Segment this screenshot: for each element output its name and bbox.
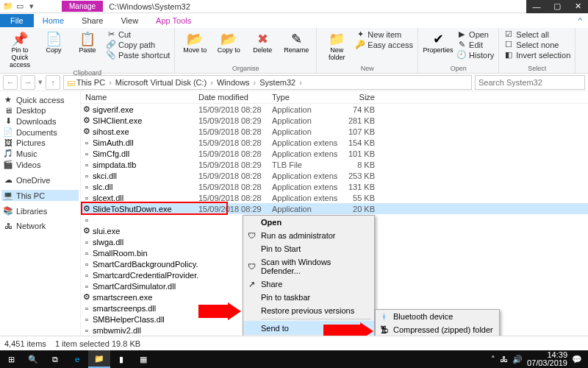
tab-apptools[interactable]: App Tools (147, 14, 200, 27)
col-type[interactable]: Type (272, 93, 338, 102)
rename-button[interactable]: ✎Rename (281, 29, 312, 54)
nav-pictures[interactable]: 🖼Pictures (1, 138, 79, 148)
nav-music[interactable]: 🎵Music (1, 148, 79, 159)
nav-documents[interactable]: 📄Documents (1, 127, 79, 138)
paste-button[interactable]: 📋Paste (72, 29, 103, 54)
ctx-run-as-admin[interactable]: 🛡Run as administrator (243, 229, 374, 242)
collapse-ribbon-icon[interactable]: ^ (573, 16, 588, 25)
cut-button[interactable]: ✂Cut (106, 29, 170, 39)
tray-chevron-icon[interactable]: ˄ (491, 355, 495, 364)
copypath-button[interactable]: 🔗Copy path (106, 40, 170, 49)
nav-downloads[interactable]: ⬇Downloads (1, 116, 79, 127)
ctx-pin-to-taskbar[interactable]: Pin to taskbar (243, 291, 374, 304)
file-row[interactable]: ▫slc.dll15/09/2018 08:28Application exte… (81, 181, 588, 192)
invert-button[interactable]: ◧Invert selection (503, 50, 570, 60)
tab-share[interactable]: Share (73, 14, 112, 27)
qat-props-icon[interactable]: ▭ (15, 1, 25, 12)
easyaccess-button[interactable]: 🔑Easy access (355, 40, 413, 49)
nav-desktop[interactable]: 🖥Desktop (1, 105, 79, 116)
nav-this-pc[interactable]: 💻This PC (1, 190, 79, 201)
moveto-button[interactable]: 📂Move to (179, 29, 210, 54)
nav-onedrive[interactable]: ☁OneDrive (1, 174, 79, 185)
taskbar[interactable]: ⊞ 🔍 ⧉ e 📁 ▮ ▦ ˄ 🖧 🔊 14:3907/03/2019 💬 (0, 350, 588, 368)
sendto-bluetooth[interactable]: ᚼBluetooth device (376, 310, 499, 323)
file-name: sihost.exe (93, 127, 198, 136)
sendto-compressed[interactable]: 🗜Compressed (zipped) folder (376, 323, 499, 336)
maximize-button[interactable]: ▢ (547, 0, 567, 13)
file-row[interactable]: ⚙SIHClient.exe15/09/2018 08:29Applicatio… (81, 115, 588, 126)
search-icon[interactable]: 🔍 (22, 350, 44, 368)
file-date: 15/09/2018 08:28 (198, 183, 272, 191)
open-button[interactable]: ▶Open (456, 29, 494, 39)
newitem-button[interactable]: ✦New item (355, 29, 413, 39)
selectall-button[interactable]: ☑Select all (503, 29, 570, 39)
star-icon: ★ (3, 95, 13, 105)
up-button[interactable]: ↑ (46, 75, 60, 90)
file-icon: ⚙ (81, 116, 93, 125)
column-headers[interactable]: Name Date modified Type Size (81, 91, 588, 104)
back-button[interactable]: ← (3, 75, 18, 90)
navigation-pane[interactable]: ★Quick access 🖥Desktop ⬇Downloads 📄Docum… (0, 91, 81, 336)
notifications-icon[interactable]: 💬 (572, 355, 582, 364)
copy-button[interactable]: 📄Copy (38, 29, 69, 54)
file-name: slwga.dll (93, 238, 198, 247)
col-size[interactable]: Size (338, 93, 382, 102)
ctx-defender[interactable]: 🛡Scan with Windows Defender... (243, 255, 374, 277)
ctx-open[interactable]: Open (243, 216, 374, 229)
file-name: SmartcardCredentialProvider.dll (93, 271, 198, 280)
edge-icon[interactable]: e (66, 350, 88, 368)
tray-network-icon[interactable]: 🖧 (500, 355, 508, 364)
ctx-pin-to-start[interactable]: Pin to Start (243, 242, 374, 255)
qat-dropdown-icon[interactable]: ▾ (26, 1, 37, 12)
edit-button[interactable]: ✎Edit (456, 40, 494, 49)
search-input[interactable] (475, 75, 585, 90)
app-icon[interactable]: ▦ (132, 350, 154, 368)
delete-button[interactable]: ✖Delete (247, 29, 278, 54)
explorer-icon[interactable]: 📁 (88, 350, 110, 368)
file-row[interactable]: ▫SimCfg.dll15/09/2018 08:28Application e… (81, 148, 588, 159)
ctx-restore[interactable]: Restore previous versions (243, 304, 374, 317)
file-row[interactable]: ▫skci.dll15/09/2018 08:28Application ext… (81, 170, 588, 181)
minimize-button[interactable]: — (526, 0, 547, 13)
libraries-icon: 📚 (3, 206, 13, 216)
tab-home[interactable]: Home (34, 14, 73, 27)
file-date: 15/09/2018 08:29 (198, 160, 272, 169)
nav-network[interactable]: 🖧Network (1, 221, 79, 231)
col-date[interactable]: Date modified (198, 93, 272, 102)
nav-videos[interactable]: 🎬Videos (1, 159, 79, 170)
file-list[interactable]: Name Date modified Type Size ⚙sigverif.e… (81, 91, 588, 336)
selectnone-button[interactable]: ☐Select none (503, 40, 570, 49)
history-button[interactable]: 🕘History (456, 50, 494, 60)
ctx-share[interactable]: ↗Share (243, 277, 374, 291)
system-tray[interactable]: ˄ 🖧 🔊 14:3907/03/2019 💬 (491, 351, 588, 367)
status-selected: 1 item selected 19.8 KB (55, 339, 140, 348)
tab-view[interactable]: View (112, 14, 147, 27)
recent-locations-icon[interactable]: ▾ (38, 77, 43, 87)
clock[interactable]: 14:3907/03/2019 (527, 351, 567, 367)
terminal-icon[interactable]: ▮ (110, 350, 132, 368)
col-name[interactable]: Name (81, 93, 198, 102)
pin-quick-access-button[interactable]: 📌Pin to Quick access (4, 29, 35, 69)
nav-libraries[interactable]: 📚Libraries (1, 205, 79, 216)
copyto-button[interactable]: 📂Copy to (213, 29, 244, 54)
tab-file[interactable]: File (0, 14, 34, 27)
breadcrumb[interactable]: 🖴 This PC› Microsoft Virtual Disk (C:)› … (63, 75, 472, 90)
paste-shortcut-button[interactable]: 📎Paste shortcut (106, 50, 170, 60)
drive-icon: 🖴 (67, 78, 75, 87)
start-button[interactable]: ⊞ (0, 350, 22, 368)
nav-quick-access[interactable]: ★Quick access (1, 94, 79, 105)
tray-volume-icon[interactable]: 🔊 (512, 355, 523, 364)
file-icon: ▫ (81, 249, 93, 258)
zip-icon: 🗜 (379, 325, 389, 334)
folder-icon: 📁 (3, 1, 13, 12)
contextual-tab-manage[interactable]: Manage (62, 1, 103, 12)
forward-button[interactable]: → (21, 75, 35, 90)
file-row[interactable]: ▫simpdata.tlb15/09/2018 08:29TLB File8 K… (81, 159, 588, 170)
file-row[interactable]: ⚙sihost.exe15/09/2018 08:28Application10… (81, 126, 588, 137)
properties-button[interactable]: ✔Properties (423, 29, 453, 54)
file-row[interactable]: ▫SimAuth.dll15/09/2018 08:28Application … (81, 137, 588, 148)
file-row[interactable]: ⚙sigverif.exe15/09/2018 08:28Application… (81, 104, 588, 115)
newfolder-button[interactable]: 📁New folder (321, 29, 352, 62)
close-button[interactable]: ✕ (567, 0, 588, 13)
taskview-icon[interactable]: ⧉ (44, 350, 66, 368)
